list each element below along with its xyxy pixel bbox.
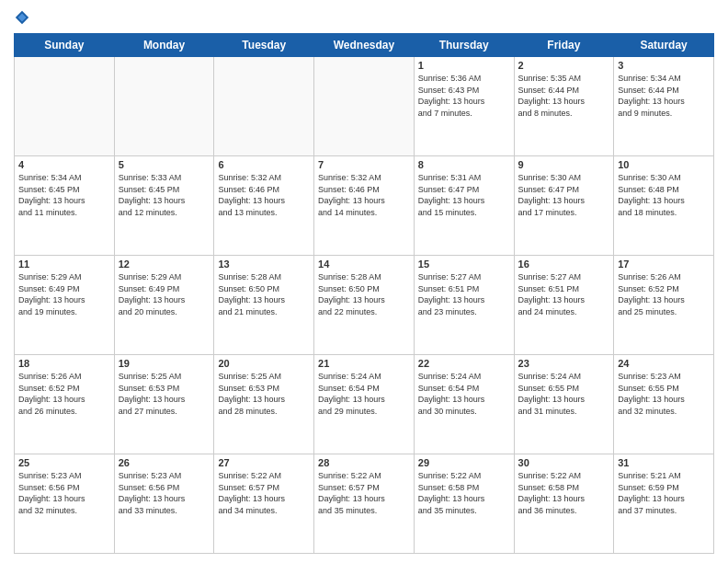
cell-info: Sunrise: 5:21 AM Sunset: 6:59 PM Dayligh… (618, 470, 710, 516)
day-number: 2 (518, 60, 610, 71)
cell-info: Sunrise: 5:35 AM Sunset: 6:44 PM Dayligh… (518, 73, 610, 119)
cell-info: Sunrise: 5:24 AM Sunset: 6:54 PM Dayligh… (418, 371, 510, 417)
day-number: 15 (418, 259, 510, 270)
calendar-cell: 2Sunrise: 5:35 AM Sunset: 6:44 PM Daylig… (514, 57, 614, 156)
calendar-cell: 16Sunrise: 5:27 AM Sunset: 6:51 PM Dayli… (514, 256, 614, 355)
calendar-cell: 28Sunrise: 5:22 AM Sunset: 6:57 PM Dayli… (314, 454, 415, 554)
day-number: 17 (618, 259, 710, 270)
cell-info: Sunrise: 5:32 AM Sunset: 6:46 PM Dayligh… (218, 172, 310, 218)
calendar-cell: 18Sunrise: 5:26 AM Sunset: 6:52 PM Dayli… (15, 355, 115, 454)
day-number: 18 (18, 358, 110, 369)
calendar-cell: 1Sunrise: 5:36 AM Sunset: 6:43 PM Daylig… (414, 57, 514, 156)
calendar-cell: 29Sunrise: 5:22 AM Sunset: 6:58 PM Dayli… (414, 454, 514, 554)
page: SundayMondayTuesdayWednesdayThursdayFrid… (0, 0, 728, 563)
day-number: 7 (318, 159, 410, 170)
cell-info: Sunrise: 5:24 AM Sunset: 6:54 PM Dayligh… (318, 371, 410, 417)
day-number: 13 (218, 259, 310, 270)
day-number: 28 (318, 457, 410, 468)
cell-info: Sunrise: 5:27 AM Sunset: 6:51 PM Dayligh… (418, 271, 510, 317)
weekday-header: Saturday (614, 34, 714, 57)
day-number: 29 (418, 457, 510, 468)
calendar-cell (314, 57, 415, 156)
calendar-cell (15, 57, 115, 156)
cell-info: Sunrise: 5:23 AM Sunset: 6:56 PM Dayligh… (119, 470, 210, 516)
cell-info: Sunrise: 5:29 AM Sunset: 6:49 PM Dayligh… (18, 271, 110, 317)
logo (14, 9, 34, 26)
calendar-cell: 8Sunrise: 5:31 AM Sunset: 6:47 PM Daylig… (414, 156, 514, 256)
day-number: 19 (119, 358, 210, 369)
cell-info: Sunrise: 5:28 AM Sunset: 6:50 PM Dayligh… (318, 271, 410, 317)
day-number: 16 (518, 259, 610, 270)
calendar-table: SundayMondayTuesdayWednesdayThursdayFrid… (14, 33, 714, 554)
weekday-header: Wednesday (314, 34, 415, 57)
day-number: 30 (518, 457, 610, 468)
calendar-cell: 5Sunrise: 5:33 AM Sunset: 6:45 PM Daylig… (114, 156, 214, 256)
calendar-cell: 26Sunrise: 5:23 AM Sunset: 6:56 PM Dayli… (114, 454, 214, 554)
day-number: 6 (218, 159, 310, 170)
calendar-cell: 14Sunrise: 5:28 AM Sunset: 6:50 PM Dayli… (314, 256, 415, 355)
cell-info: Sunrise: 5:29 AM Sunset: 6:49 PM Dayligh… (119, 271, 210, 317)
calendar-cell: 20Sunrise: 5:25 AM Sunset: 6:53 PM Dayli… (214, 355, 314, 454)
day-number: 20 (218, 358, 310, 369)
calendar-cell: 15Sunrise: 5:27 AM Sunset: 6:51 PM Dayli… (414, 256, 514, 355)
cell-info: Sunrise: 5:22 AM Sunset: 6:58 PM Dayligh… (518, 470, 610, 516)
cell-info: Sunrise: 5:25 AM Sunset: 6:53 PM Dayligh… (218, 371, 310, 417)
weekday-header: Tuesday (214, 34, 314, 57)
day-number: 22 (418, 358, 510, 369)
calendar-cell: 13Sunrise: 5:28 AM Sunset: 6:50 PM Dayli… (214, 256, 314, 355)
cell-info: Sunrise: 5:34 AM Sunset: 6:44 PM Dayligh… (618, 73, 710, 119)
day-number: 31 (618, 457, 710, 468)
weekday-header: Sunday (15, 34, 115, 57)
day-number: 12 (119, 259, 210, 270)
calendar-cell: 31Sunrise: 5:21 AM Sunset: 6:59 PM Dayli… (614, 454, 714, 554)
day-number: 11 (18, 259, 110, 270)
cell-info: Sunrise: 5:28 AM Sunset: 6:50 PM Dayligh… (218, 271, 310, 317)
calendar-cell: 7Sunrise: 5:32 AM Sunset: 6:46 PM Daylig… (314, 156, 415, 256)
calendar-cell: 10Sunrise: 5:30 AM Sunset: 6:48 PM Dayli… (614, 156, 714, 256)
logo-icon (14, 9, 30, 26)
day-number: 4 (18, 159, 110, 170)
day-number: 3 (618, 60, 710, 71)
calendar-cell: 17Sunrise: 5:26 AM Sunset: 6:52 PM Dayli… (614, 256, 714, 355)
calendar-cell: 9Sunrise: 5:30 AM Sunset: 6:47 PM Daylig… (514, 156, 614, 256)
cell-info: Sunrise: 5:27 AM Sunset: 6:51 PM Dayligh… (518, 271, 610, 317)
weekday-header: Friday (514, 34, 614, 57)
calendar-cell (214, 57, 314, 156)
calendar-cell: 27Sunrise: 5:22 AM Sunset: 6:57 PM Dayli… (214, 454, 314, 554)
cell-info: Sunrise: 5:30 AM Sunset: 6:48 PM Dayligh… (618, 172, 710, 218)
calendar-cell (114, 57, 214, 156)
weekday-header: Thursday (414, 34, 514, 57)
calendar-cell: 21Sunrise: 5:24 AM Sunset: 6:54 PM Dayli… (314, 355, 415, 454)
cell-info: Sunrise: 5:23 AM Sunset: 6:56 PM Dayligh… (18, 470, 110, 516)
calendar-cell: 11Sunrise: 5:29 AM Sunset: 6:49 PM Dayli… (15, 256, 115, 355)
day-number: 26 (119, 457, 210, 468)
day-number: 27 (218, 457, 310, 468)
cell-info: Sunrise: 5:23 AM Sunset: 6:55 PM Dayligh… (618, 371, 710, 417)
calendar-cell: 12Sunrise: 5:29 AM Sunset: 6:49 PM Dayli… (114, 256, 214, 355)
day-number: 14 (318, 259, 410, 270)
cell-info: Sunrise: 5:33 AM Sunset: 6:45 PM Dayligh… (119, 172, 210, 218)
day-number: 5 (119, 159, 210, 170)
cell-info: Sunrise: 5:32 AM Sunset: 6:46 PM Dayligh… (318, 172, 410, 218)
day-number: 24 (618, 358, 710, 369)
cell-info: Sunrise: 5:22 AM Sunset: 6:58 PM Dayligh… (418, 470, 510, 516)
calendar-cell: 3Sunrise: 5:34 AM Sunset: 6:44 PM Daylig… (614, 57, 714, 156)
day-number: 9 (518, 159, 610, 170)
cell-info: Sunrise: 5:26 AM Sunset: 6:52 PM Dayligh… (618, 271, 710, 317)
calendar-cell: 30Sunrise: 5:22 AM Sunset: 6:58 PM Dayli… (514, 454, 614, 554)
calendar-cell: 23Sunrise: 5:24 AM Sunset: 6:55 PM Dayli… (514, 355, 614, 454)
calendar-cell: 6Sunrise: 5:32 AM Sunset: 6:46 PM Daylig… (214, 156, 314, 256)
cell-info: Sunrise: 5:24 AM Sunset: 6:55 PM Dayligh… (518, 371, 610, 417)
cell-info: Sunrise: 5:30 AM Sunset: 6:47 PM Dayligh… (518, 172, 610, 218)
cell-info: Sunrise: 5:26 AM Sunset: 6:52 PM Dayligh… (18, 371, 110, 417)
cell-info: Sunrise: 5:25 AM Sunset: 6:53 PM Dayligh… (119, 371, 210, 417)
day-number: 8 (418, 159, 510, 170)
header (14, 9, 714, 26)
cell-info: Sunrise: 5:22 AM Sunset: 6:57 PM Dayligh… (318, 470, 410, 516)
calendar-cell: 24Sunrise: 5:23 AM Sunset: 6:55 PM Dayli… (614, 355, 714, 454)
day-number: 1 (418, 60, 510, 71)
cell-info: Sunrise: 5:31 AM Sunset: 6:47 PM Dayligh… (418, 172, 510, 218)
weekday-header: Monday (114, 34, 214, 57)
calendar-cell: 19Sunrise: 5:25 AM Sunset: 6:53 PM Dayli… (114, 355, 214, 454)
day-number: 10 (618, 159, 710, 170)
